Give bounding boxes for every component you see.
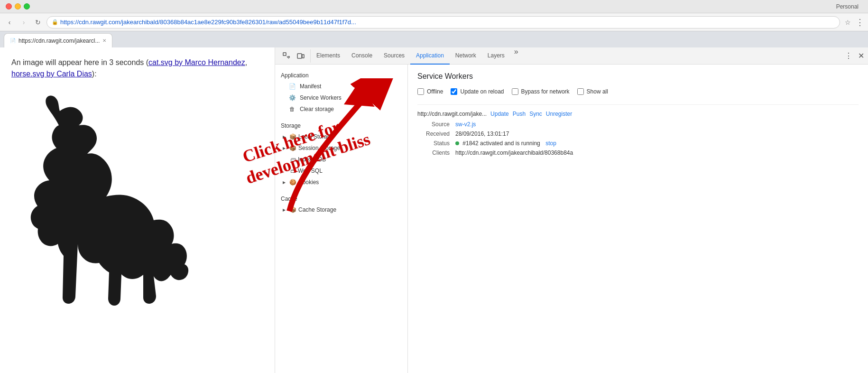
forward-button[interactable]: ›	[18, 17, 29, 28]
horse-image	[11, 87, 263, 318]
device-toggle-button[interactable]	[294, 49, 307, 63]
tab-title: https://cdn.rawgit.com/jakearcl...	[18, 37, 100, 44]
tab-favicon: 📄	[10, 38, 16, 43]
tab-bar: 📄 https://cdn.rawgit.com/jakearcl... ✕	[0, 31, 868, 47]
url-text: https://cdn.rawgit.com/jakearchibald/803…	[60, 19, 356, 26]
devtools-close-button[interactable]: ✕	[856, 49, 866, 62]
tab-sources[interactable]: Sources	[378, 47, 410, 65]
update-on-reload-option[interactable]: Update on reload	[451, 88, 504, 95]
horse-svg-link[interactable]: horse.svg by Carla Dias	[11, 70, 92, 78]
chrome-menu-button[interactable]: ⋮	[856, 17, 864, 28]
active-tab[interactable]: 📄 https://cdn.rawgit.com/jakearcl... ✕	[4, 33, 112, 47]
svg-rect-1	[297, 54, 302, 58]
sidebar-section-storage: Storage	[275, 119, 407, 131]
tab-more-button[interactable]: »	[510, 47, 522, 65]
received-label: Received	[417, 131, 455, 137]
received-value: 28/09/2016, 13:01:17	[455, 131, 509, 137]
nav-bar: ‹ › ↻ 🔒 https://cdn.rawgit.com/jakearchi…	[0, 13, 868, 31]
sidebar-item-local-storage[interactable]: ▶ 📦 Local Storage	[275, 131, 407, 142]
devtools-more-button[interactable]: ⋮	[843, 49, 854, 62]
maximize-traffic-light[interactable]	[24, 3, 30, 9]
sidebar-item-manifest[interactable]: 📄 Manifest	[275, 81, 407, 92]
sidebar-item-indexeddb[interactable]: 🗃 IndexedDB	[275, 154, 407, 165]
sw-unregister-link[interactable]: Unregister	[546, 111, 572, 117]
websql-icon: 🗃	[290, 168, 296, 174]
sw-url-row: http://cdn.rawgit.com/jake... Update Pus…	[417, 111, 859, 117]
sidebar-item-session-storage[interactable]: ▶ 📦 Session Storage	[275, 142, 407, 154]
main-area: An image will appear here in 3 seconds (…	[0, 47, 868, 373]
update-on-reload-checkbox[interactable]	[451, 88, 457, 95]
cat-svg-link[interactable]: cat.svg by Marco Hernandez	[148, 58, 245, 66]
cache-storage-icon: 📦	[289, 206, 296, 213]
local-storage-icon: 📦	[289, 133, 296, 140]
sidebar-section-application: Application	[275, 68, 407, 81]
page-text-before: An image will appear here in 3 seconds (	[11, 58, 148, 66]
clients-label: Clients	[417, 149, 455, 156]
status-label: Status	[417, 140, 455, 147]
bypass-for-network-label: Bypass for network	[521, 88, 570, 95]
cookies-icon: 🍪	[289, 179, 296, 186]
local-storage-arrow: ▶	[283, 135, 286, 139]
cache-storage-arrow: ▶	[283, 208, 286, 212]
tab-spacer	[112, 33, 868, 47]
show-all-option[interactable]: Show all	[577, 88, 608, 95]
tab-application[interactable]: Application	[410, 47, 450, 65]
show-all-checkbox[interactable]	[577, 88, 584, 95]
service-workers-icon: ⚙️	[288, 94, 296, 101]
tab-close-button[interactable]: ✕	[102, 38, 106, 43]
reload-button[interactable]: ↻	[32, 17, 44, 28]
clients-value: http://cdn.rawgit.com/jakearchibald/8036…	[455, 149, 573, 156]
title-bar-personal: Personal	[30, 3, 862, 10]
websql-label: Web SQL	[298, 168, 323, 174]
devtools-sidebar: Application 📄 Manifest ⚙️ Service Worker…	[275, 65, 408, 373]
cookies-arrow: ▶	[283, 180, 286, 185]
sw-push-link[interactable]: Push	[513, 111, 526, 117]
sidebar-item-websql[interactable]: 🗃 Web SQL	[275, 165, 407, 177]
devtools-body: Application 📄 Manifest ⚙️ Service Worker…	[275, 65, 868, 373]
indexeddb-label: IndexedDB	[298, 156, 326, 163]
sidebar-item-cookies[interactable]: ▶ 🍪 Cookies	[275, 177, 407, 188]
tab-elements[interactable]: Elements	[311, 47, 346, 65]
session-storage-icon: 📦	[289, 145, 296, 151]
bypass-for-network-checkbox[interactable]	[512, 88, 518, 95]
sw-url: http://cdn.rawgit.com/jake...	[417, 111, 487, 117]
close-traffic-light[interactable]	[6, 3, 12, 9]
traffic-lights	[6, 3, 30, 9]
tab-network[interactable]: Network	[450, 47, 482, 65]
source-link[interactable]: sw-v2.js	[455, 121, 476, 128]
sw-clients-row: Clients http://cdn.rawgit.com/jakearchib…	[417, 149, 859, 156]
page-text-mid: ,	[245, 58, 247, 66]
sidebar-item-service-workers[interactable]: ⚙️ Service Workers	[275, 92, 407, 103]
devtools-panel: Elements Console Sources Application	[275, 47, 868, 373]
minimize-traffic-light[interactable]	[15, 3, 21, 9]
address-bar[interactable]: 🔒 https://cdn.rawgit.com/jakearchibald/8…	[46, 16, 840, 28]
offline-checkbox[interactable]	[417, 88, 424, 95]
devtools-icon-buttons	[277, 49, 311, 63]
sidebar-item-clear-storage[interactable]: 🗑 Clear storage	[275, 103, 407, 115]
sw-update-link[interactable]: Update	[490, 111, 509, 117]
page-content: An image will appear here in 3 seconds (…	[0, 47, 275, 373]
offline-option[interactable]: Offline	[417, 88, 443, 95]
update-on-reload-label: Update on reload	[460, 88, 504, 95]
show-all-label: Show all	[587, 88, 608, 95]
devtools-header: Elements Console Sources Application	[275, 47, 868, 65]
sw-entry: http://cdn.rawgit.com/jake... Update Pus…	[417, 104, 859, 156]
svg-rect-2	[302, 55, 304, 58]
bookmark-button[interactable]: ☆	[845, 19, 851, 26]
clear-storage-label: Clear storage	[300, 106, 334, 112]
inspect-element-button[interactable]	[280, 49, 293, 63]
sidebar-item-cache-storage[interactable]: ▶ 📦 Cache Storage	[275, 204, 407, 215]
back-button[interactable]: ‹	[4, 17, 15, 28]
cookies-label: Cookies	[298, 179, 319, 186]
title-bar: Personal	[0, 0, 868, 13]
clear-storage-icon: 🗑	[288, 106, 296, 112]
tab-layers[interactable]: Layers	[482, 47, 510, 65]
cache-storage-label: Cache Storage	[298, 206, 336, 213]
sw-source-row: Source sw-v2.js	[417, 121, 859, 128]
devtools-header-right: ⋮ ✕	[841, 49, 866, 62]
sw-sync-link[interactable]: Sync	[529, 111, 542, 117]
bypass-for-network-option[interactable]: Bypass for network	[512, 88, 570, 95]
sw-stop-link[interactable]: stop	[545, 140, 556, 147]
tab-console[interactable]: Console	[346, 47, 378, 65]
status-dot	[455, 141, 459, 145]
